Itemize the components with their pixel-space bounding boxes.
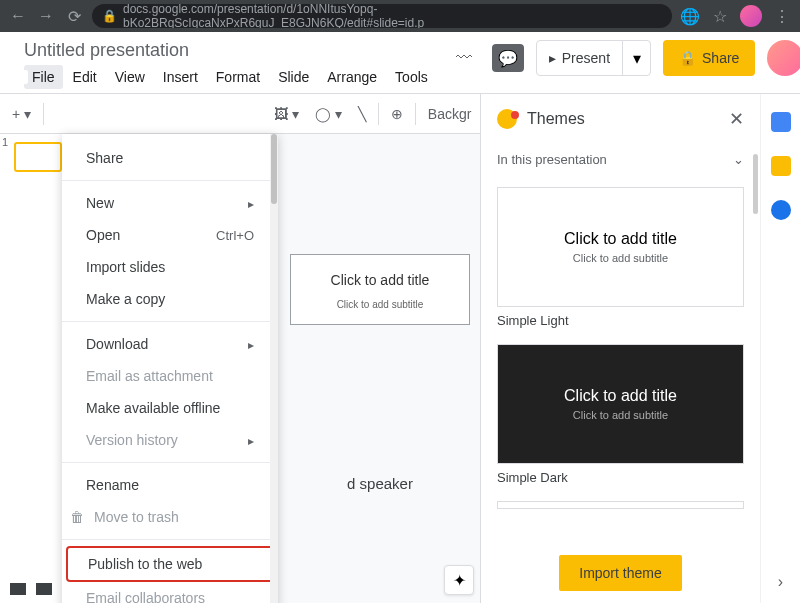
status-bar [0,575,62,603]
palette-icon [497,109,517,129]
browser-chrome: ← → ⟳ 🔒 docs.google.com/presentation/d/1… [0,0,800,32]
keep-icon[interactable] [771,156,791,176]
doc-title[interactable]: Untitled presentation [24,40,436,61]
menubar: File Edit View Insert Format Slide Arran… [24,65,436,89]
menu-rename[interactable]: Rename [62,469,278,501]
comment-tool-icon[interactable]: ⊕ [387,102,407,126]
close-icon[interactable]: ✕ [729,108,744,130]
url-bar[interactable]: 🔒 docs.google.com/presentation/d/1oNNItu… [92,4,672,28]
share-button[interactable]: 🔒 Share [663,40,755,76]
grid-view-icon[interactable] [36,583,52,595]
shape-tool-icon[interactable]: ◯ ▾ [311,102,346,126]
menu-email-attachment: Email as attachment [62,360,278,392]
browser-menu-icon[interactable]: ⋮ [772,6,792,26]
calendar-icon[interactable] [771,112,791,132]
themes-section-toggle[interactable]: In this presentation ⌄ [481,144,760,175]
menu-insert[interactable]: Insert [155,65,206,89]
theme-simple-dark[interactable]: Click to add title Click to add subtitle… [497,344,744,485]
slide-thumbnail[interactable] [14,142,62,172]
image-tool-icon[interactable]: 🖼 ▾ [270,102,303,126]
explore-icon: ✦ [453,571,466,590]
translate-icon[interactable]: 🌐 [680,6,700,26]
menu-make-offline[interactable]: Make available offline [62,392,278,424]
menu-new[interactable]: New [62,187,278,219]
menu-edit[interactable]: Edit [65,65,105,89]
menu-email-collaborators: Email collaborators [62,582,278,603]
file-menu-dropdown: Share New OpenCtrl+O Import slides Make … [62,134,278,603]
menu-format[interactable]: Format [208,65,268,89]
line-tool-icon[interactable]: ╲ [354,102,370,126]
tasks-icon[interactable] [771,200,791,220]
theme-name: Simple Light [497,313,744,328]
theme-preview: Click to add title Click to add subtitle [497,187,744,307]
comments-icon[interactable]: 💬 [492,44,524,72]
slide-editor[interactable]: Click to add title Click to add subtitle [290,254,470,325]
reload-icon[interactable]: ⟳ [64,6,84,26]
themes-title: Themes [527,110,719,128]
present-dropdown[interactable]: ▾ [622,41,650,75]
url-text: docs.google.com/presentation/d/1oNNItusY… [123,4,662,28]
subtitle-placeholder[interactable]: Click to add subtitle [301,295,459,314]
submenu-arrow-icon [248,336,254,352]
theme-simple-light[interactable]: Click to add title Click to add subtitle… [497,187,744,328]
menu-arrange[interactable]: Arrange [319,65,385,89]
explore-button[interactable]: ✦ [444,565,474,595]
theme-name: Simple Dark [497,470,744,485]
show-side-panel-icon[interactable]: › [778,573,783,591]
lock-icon: 🔒 [102,9,117,23]
chevron-down-icon: ⌄ [733,152,744,167]
theme-item[interactable] [497,501,744,509]
menu-version-history[interactable]: Version history [62,424,278,456]
menu-move-trash[interactable]: 🗑Move to trash [62,501,278,533]
menu-make-copy[interactable]: Make a copy [62,283,278,315]
star-icon[interactable]: ☆ [710,6,730,26]
menu-share[interactable]: Share [62,142,278,174]
import-theme-button[interactable]: Import theme [559,555,681,591]
filmstrip-view-icon[interactable] [10,583,26,595]
theme-preview [497,501,744,509]
slide-canvas: Click to add title Click to add subtitle… [278,134,482,603]
back-icon[interactable]: ← [8,6,28,26]
menu-download[interactable]: Download [62,328,278,360]
menu-import-slides[interactable]: Import slides [62,251,278,283]
title-placeholder[interactable]: Click to add title [301,265,459,295]
scrollbar[interactable] [753,154,758,214]
menu-open[interactable]: OpenCtrl+O [62,219,278,251]
speaker-notes-fragment[interactable]: d speaker [347,475,413,492]
profile-avatar-icon[interactable] [740,5,762,27]
side-panel: › [760,94,800,603]
lock-icon: 🔒 [679,50,696,66]
slide-number: 1 [2,136,8,148]
app-header: Untitled presentation File Edit View Ins… [0,32,800,89]
menu-view[interactable]: View [107,65,153,89]
present-icon: ▸ [549,50,556,66]
present-button[interactable]: ▸ Present [537,41,622,75]
background-button[interactable]: Backgr [424,102,476,126]
present-button-group: ▸ Present ▾ [536,40,651,76]
menu-file[interactable]: File [24,65,63,89]
new-slide-button[interactable]: + ▾ [8,102,35,126]
menu-tools[interactable]: Tools [387,65,436,89]
menu-publish-web[interactable]: Publish to the web [68,548,272,580]
submenu-arrow-icon [248,432,254,448]
theme-preview: Click to add title Click to add subtitle [497,344,744,464]
account-avatar-icon[interactable] [767,40,800,76]
submenu-arrow-icon [248,195,254,211]
forward-icon[interactable]: → [36,6,56,26]
activity-icon[interactable]: 〰 [448,42,480,74]
filmstrip: 1 [0,134,60,603]
trash-icon: 🗑 [70,509,86,525]
highlighted-item: Publish to the web [66,546,274,582]
themes-panel: Themes ✕ In this presentation ⌄ Click to… [480,94,760,603]
scrollbar[interactable] [270,134,278,603]
menu-slide[interactable]: Slide [270,65,317,89]
